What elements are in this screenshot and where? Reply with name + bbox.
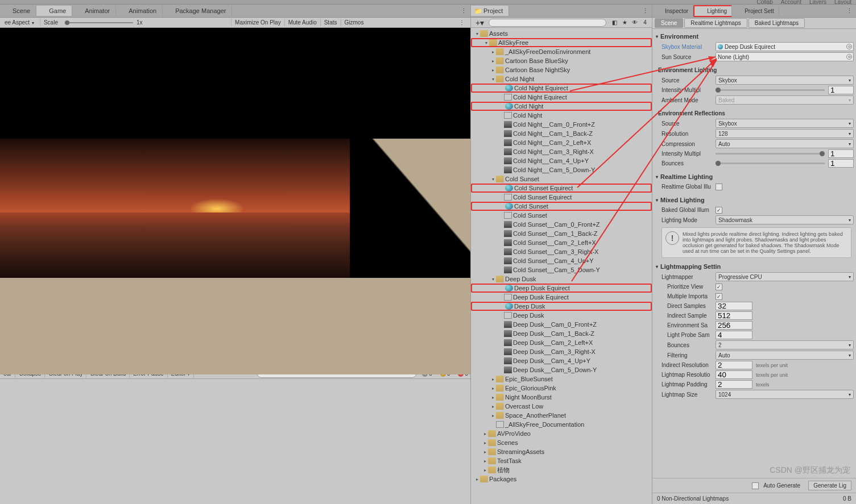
expand-arrow-icon[interactable]: ▸ [490,395,496,400]
multiple-import-checkbox[interactable]: ✓ [716,293,722,300]
inspector-menu-icon[interactable]: ⋮ [843,7,856,15]
tree-item-assets[interactable]: ▾Assets [471,29,652,38]
tree-item-deep-dusk[interactable]: Deep Dusk [471,311,652,320]
tree-item-cold-night-cam-3-right-x[interactable]: Cold Night__Cam_3_Right-X [471,147,652,156]
tree-item-cold-night-equirect[interactable]: Cold Night Equirect [471,84,652,93]
tree-item-epic-bluesunset[interactable]: ▸Epic_BlueSunset [471,374,652,384]
tree-item-cold-sunset-equirect[interactable]: Cold Sunset Equirect [471,193,652,202]
expand-arrow-icon[interactable]: ▸ [474,477,480,482]
tree-item-space-anotherplanet[interactable]: ▸Space_AnotherPlanet [471,411,652,420]
refl-intensity-value[interactable] [828,149,854,158]
expand-arrow-icon[interactable]: ▸ [482,468,488,473]
direct-samples-field[interactable] [716,302,752,310]
expand-arrow-icon[interactable]: ▾ [490,77,496,82]
tree-item-epic-gloriouspink[interactable]: ▸Epic_GloriousPink [471,384,652,393]
generate-lighting-button[interactable]: Generate Lig [808,481,851,490]
refl-compression-dropdown[interactable]: Auto [716,139,854,148]
tree-item-cold-night-cam-1-back-z[interactable]: Cold Night__Cam_1_Back-Z [471,129,652,138]
tree-item-deep-dusk-cam-2-left-x[interactable]: Deep Dusk__Cam_2_Left+X [471,338,652,347]
expand-arrow-icon[interactable]: ▸ [490,413,496,418]
skybox-material-field[interactable]: Deep Dusk Equirect⊙ [716,42,854,51]
baked-gi-checkbox[interactable]: ✓ [716,207,722,214]
project-menu-icon[interactable]: ⋮ [639,7,652,15]
realtime-section-head[interactable]: Realtime Lighting [655,172,854,182]
tab-animator[interactable]: Animator [72,6,116,16]
lightmapper-dropdown[interactable]: Progressive CPU [716,272,854,281]
tree-item-cold-sunset[interactable]: Cold Sunset [471,211,652,220]
tab-package-manager[interactable]: Package Manager [163,6,232,16]
tree-item-deep-dusk-cam-4-up-y[interactable]: Deep Dusk__Cam_4_Up+Y [471,356,652,365]
tree-item-cold-night-equirect[interactable]: Cold Night Equirect [471,93,652,102]
tab-animation[interactable]: Animation [116,6,163,16]
project-tree[interactable]: ▾Assets▾AllSkyFree▸_AllSkyFreeDemoEnviro… [471,28,652,504]
tree-item-cold-sunset-cam-5-down-y[interactable]: Cold Sunset__Cam_5_Down-Y [471,265,652,274]
tree-item-cold-sunset-cam-4-up-y[interactable]: Cold Sunset__Cam_4_Up+Y [471,256,652,265]
refl-intensity-slider[interactable] [716,153,825,155]
filter-icon[interactable]: ◧ [610,19,619,27]
tree-item-cold-sunset-cam-0-front-z[interactable]: Cold Sunset__Cam_0_Front+Z [471,220,652,229]
mute-audio-button[interactable]: Mute Audio [284,19,320,26]
stats-button[interactable]: Stats [320,19,341,26]
refl-bounces-value[interactable] [828,159,854,168]
realtime-gi-checkbox[interactable] [716,184,722,190]
lightmap-padding-field[interactable] [716,380,752,389]
expand-arrow-icon[interactable]: ▸ [490,377,496,382]
expand-arrow-icon[interactable]: ▾ [483,40,489,45]
gizmos-button[interactable]: Gizmos [341,19,367,26]
tree-item-packages[interactable]: ▸Packages [471,474,652,484]
tree-item-deep-dusk-cam-1-back-z[interactable]: Deep Dusk__Cam_1_Back-Z [471,329,652,338]
tree-item--allskyfreedemoenvironment[interactable]: ▸_AllSkyFreeDemoEnvironment [471,47,652,56]
tab-game[interactable]: Game [36,6,72,16]
expand-arrow-icon[interactable]: ▸ [482,459,488,464]
tree-item-deep-dusk[interactable]: Deep Dusk [471,302,652,311]
env-samples-field[interactable] [716,321,752,330]
tree-item-scenes[interactable]: ▸Scenes [471,438,652,447]
tab-project-sett[interactable]: Project Sett [732,6,779,16]
maximize-on-play-button[interactable]: Maximize On Play [231,19,284,26]
tree-item-testtask[interactable]: ▸TestTask [471,456,652,465]
tree-item-deep-dusk-equirect[interactable]: Deep Dusk Equirect [471,284,652,293]
project-search-input[interactable] [489,19,606,27]
expand-arrow-icon[interactable]: ▸ [490,68,496,73]
lightmap-size-dropdown[interactable]: 1024 [716,390,854,399]
expand-arrow-icon[interactable]: ▸ [490,404,496,409]
tree-item-cartoon-base-bluesky[interactable]: ▸Cartoon Base BlueSky [471,56,652,65]
tree-item-deep-dusk-cam-3-right-x[interactable]: Deep Dusk__Cam_3_Right-X [471,347,652,356]
bounces-dropdown[interactable]: 2 [716,340,854,349]
tree-item-cold-night[interactable]: Cold Night [471,111,652,120]
mixed-section-head[interactable]: Mixed Lighting [655,195,854,205]
tree-item-cartoon-base-nightsky[interactable]: ▸Cartoon Base NightSky [471,65,652,74]
lightmap-resolution-field[interactable] [716,370,752,379]
expand-arrow-icon[interactable]: ▾ [474,31,480,36]
refl-bounces-slider[interactable] [716,163,825,164]
hidden-icon[interactable]: 👁 [630,19,639,27]
tree-item-cold-night-cam-5-down-y[interactable]: Cold Night__Cam_5_Down-Y [471,165,652,174]
tab-inspector[interactable]: Inspector [652,6,693,16]
expand-arrow-icon[interactable]: ▸ [490,386,496,391]
tree-item-cold-sunset-cam-2-left-x[interactable]: Cold Sunset__Cam_2_Left+X [471,238,652,247]
tree-item-avprovideo[interactable]: ▸AVProVideo [471,429,652,438]
expand-arrow-icon[interactable]: ▸ [482,431,488,436]
scale-slider[interactable] [65,22,133,23]
add-asset-button[interactable]: +▾ [473,18,486,27]
expand-arrow-icon[interactable]: ▾ [490,277,496,282]
tree-item--[interactable]: ▸植物 [471,465,652,474]
subtab-baked-lightmaps[interactable]: Baked Lightmaps [749,18,805,28]
tab-lighting[interactable]: Lighting [693,5,732,17]
tree-item-cold-night-cam-4-up-y[interactable]: Cold Night__Cam_4_Up+Y [471,156,652,165]
expand-arrow-icon[interactable]: ▸ [482,449,488,455]
aspect-dropdown[interactable]: ee Aspect [2,19,40,26]
environment-section-head[interactable]: Environment [655,31,854,41]
tree-item-night-moonburst[interactable]: ▸Night MoonBurst [471,393,652,402]
tree-item-cold-night[interactable]: ▾Cold Night [471,74,652,84]
tree-item-cold-sunset-equirect[interactable]: Cold Sunset Equirect [471,184,652,193]
env-intensity-slider[interactable] [716,89,825,91]
auto-generate-checkbox[interactable] [752,482,759,489]
env-light-source-dropdown[interactable]: Skybox [716,76,854,85]
tree-item-cold-sunset[interactable]: ▾Cold Sunset [471,174,652,184]
tree-item-streamingassets[interactable]: ▸StreamingAssets [471,447,652,456]
game-menu-icon[interactable]: ⋮ [456,19,468,26]
env-intensity-value[interactable] [828,86,854,94]
tree-item-cold-sunset-cam-1-back-z[interactable]: Cold Sunset__Cam_1_Back-Z [471,229,652,238]
subtab-realtime-lightmaps[interactable]: Realtime Lightmaps [684,18,747,28]
